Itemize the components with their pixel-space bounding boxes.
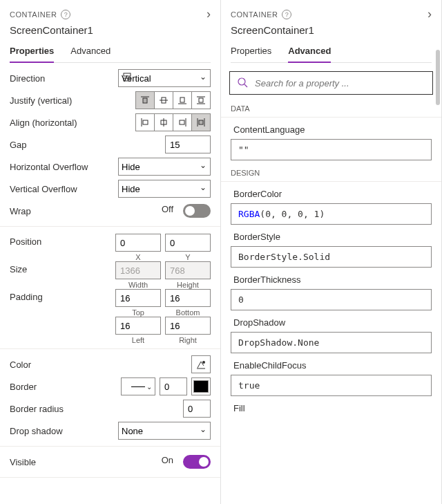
wrap-state-text: Off (162, 204, 173, 218)
svg-point-22 (238, 78, 245, 85)
tab-advanced[interactable]: Advanced (70, 46, 110, 62)
label-wrap: Wrap (10, 206, 106, 216)
gap-input[interactable] (165, 136, 211, 153)
container-name-right: ScreenContainer1 (231, 24, 432, 36)
justify-button-group (135, 91, 211, 109)
align-button-group (135, 113, 211, 131)
property-search-input[interactable] (253, 77, 425, 89)
size-height-input (165, 261, 211, 279)
justify-end-button[interactable] (173, 91, 192, 109)
visible-toggle[interactable] (183, 455, 211, 469)
justify-space-between-button[interactable] (191, 91, 211, 109)
justify-start-button[interactable] (135, 91, 155, 109)
collapse-chevron-icon[interactable]: › (427, 7, 432, 21)
svg-line-23 (244, 84, 247, 87)
label-direction: Direction (10, 73, 106, 84)
prop-fill[interactable]: Fill (233, 403, 429, 413)
svg-rect-12 (143, 120, 148, 124)
svg-rect-10 (199, 98, 203, 102)
svg-rect-16 (180, 120, 184, 124)
padding-right-input[interactable] (165, 317, 211, 335)
visible-state-text: On (162, 455, 173, 469)
border-style-select[interactable]: ⌄ (121, 377, 155, 395)
label-position: Position (10, 234, 106, 247)
label-border: Border (10, 382, 106, 392)
size-width-input (115, 261, 161, 279)
hoverflow-select[interactable]: Hide (118, 158, 211, 176)
padding-top-input[interactable] (115, 289, 161, 307)
label-size: Size (10, 261, 106, 274)
prop-drop-shadow[interactable]: DropShadow (233, 317, 429, 328)
section-data: DATA (221, 103, 441, 118)
label-padding: Padding (10, 289, 106, 302)
prop-border-thickness[interactable]: BorderThickness (233, 274, 429, 285)
label-gap: Gap (10, 140, 106, 150)
container-type-label-right: CONTAINER ? (231, 10, 291, 19)
align-start-button[interactable] (135, 113, 155, 131)
section-design: DESIGN (221, 167, 441, 182)
align-stretch-button[interactable] (191, 113, 211, 131)
prop-border-color[interactable]: BorderColor (233, 189, 429, 199)
label-drop-shadow: Drop shadow (10, 426, 106, 436)
border-radius-input[interactable] (183, 400, 211, 418)
label-color: Color (10, 360, 106, 370)
position-x-input[interactable] (115, 234, 161, 252)
tab-properties[interactable]: Properties (231, 46, 271, 62)
prop-content-language[interactable]: ContentLanguage (233, 124, 429, 135)
property-search-box[interactable] (229, 71, 433, 95)
position-y-input[interactable] (165, 234, 211, 252)
label-hoverflow: Horizontal Overflow (10, 162, 106, 172)
label-visible: Visible (10, 457, 106, 467)
color-picker-button[interactable] (191, 355, 211, 373)
val-border-style[interactable]: BorderStyle.Solid (231, 246, 432, 268)
help-icon[interactable]: ? (61, 10, 70, 19)
val-border-thickness[interactable]: 0 (231, 289, 432, 310)
prop-border-style[interactable]: BorderStyle (233, 232, 429, 242)
container-type-label: CONTAINER ? (10, 10, 70, 19)
voverflow-select[interactable]: Hide (118, 180, 211, 198)
label-voverflow: Vertical Overflow (10, 184, 106, 194)
prop-enable-child-focus[interactable]: EnableChildFocus (233, 360, 429, 371)
align-end-button[interactable] (173, 113, 192, 131)
help-icon[interactable]: ? (282, 10, 291, 19)
val-drop-shadow[interactable]: DropShadow.None (231, 332, 432, 353)
padding-bottom-input[interactable] (165, 289, 211, 307)
svg-rect-3 (143, 98, 147, 103)
border-color-button[interactable] (191, 377, 211, 395)
label-align: Align (horizontal) (10, 118, 106, 128)
svg-rect-19 (199, 120, 203, 124)
align-center-button[interactable] (154, 113, 173, 131)
drop-shadow-select[interactable]: None (118, 422, 211, 440)
scrollbar[interactable] (436, 50, 440, 105)
padding-left-input[interactable] (115, 317, 161, 335)
wrap-toggle[interactable] (183, 204, 211, 218)
svg-point-20 (202, 361, 205, 364)
search-icon (237, 77, 248, 90)
val-enable-child-focus[interactable]: true (231, 375, 432, 396)
container-name: ScreenContainer1 (10, 24, 211, 36)
tab-properties[interactable]: Properties (10, 46, 54, 63)
justify-center-button[interactable] (154, 91, 173, 109)
direction-select[interactable]: Vertical (118, 69, 211, 87)
svg-rect-7 (180, 97, 184, 102)
val-content-language[interactable]: "" (231, 139, 432, 160)
label-border-radius: Border radius (10, 404, 106, 414)
collapse-chevron-icon[interactable]: › (206, 7, 211, 21)
tab-advanced[interactable]: Advanced (288, 46, 331, 63)
val-border-color[interactable]: RGBA(0, 0, 0, 1) (231, 203, 432, 225)
label-justify: Justify (vertical) (10, 95, 106, 106)
border-width-input[interactable] (160, 377, 187, 395)
